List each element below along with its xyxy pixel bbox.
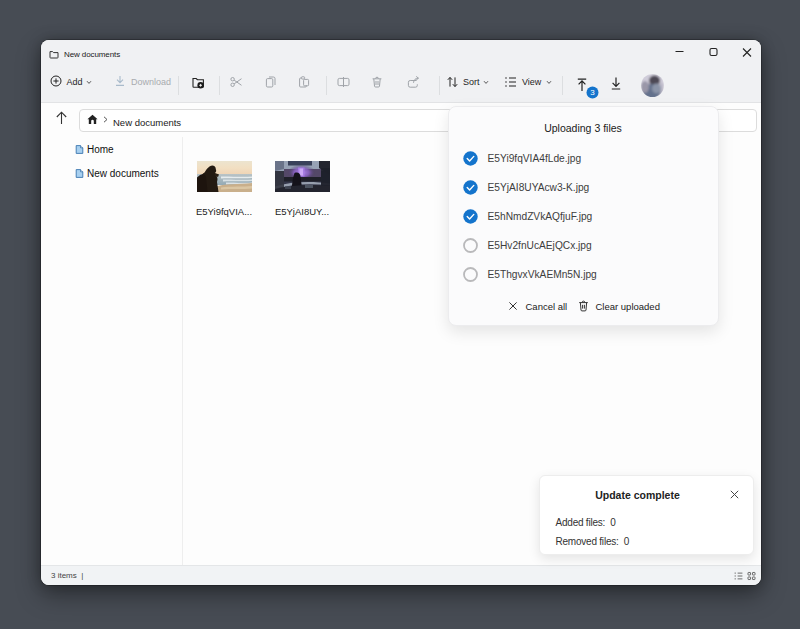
svg-text:3: 3 <box>590 88 595 97</box>
